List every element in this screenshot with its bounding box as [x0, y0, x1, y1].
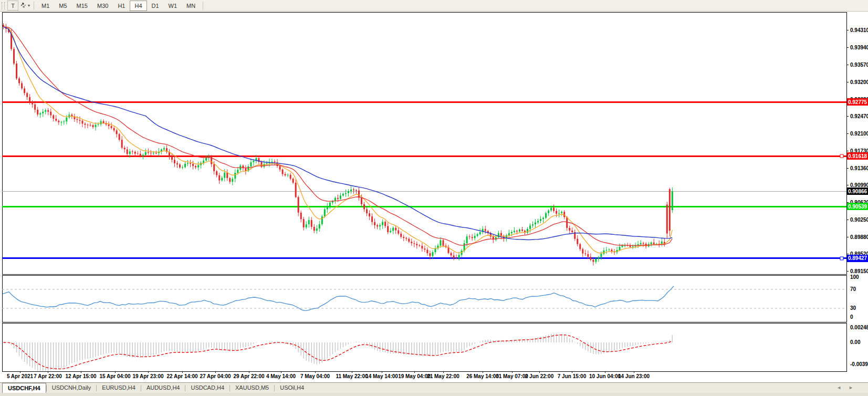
level-handle[interactable] — [840, 154, 843, 158]
candle-body — [119, 134, 120, 140]
tab-scroll-left-icon[interactable]: ◄ — [836, 385, 849, 390]
tab-eurusd-h4[interactable]: EURUSD,H4 — [97, 383, 141, 393]
time-axis-label: 12 Apr 15:00 — [65, 373, 97, 379]
candle-body — [176, 163, 178, 164]
candle-body — [140, 154, 141, 156]
candle-body — [353, 190, 354, 190]
candle-body — [498, 233, 499, 237]
candle-body — [95, 125, 97, 127]
candle-body — [319, 224, 320, 228]
time-axis-label: 14 Jun 23:00 — [618, 373, 650, 379]
candle-body — [532, 224, 534, 225]
candle-body — [387, 226, 389, 232]
candle-body — [643, 243, 644, 244]
candle-body — [306, 224, 307, 227]
candle-body — [216, 171, 217, 175]
candle-body — [266, 163, 268, 164]
candle-body — [535, 222, 536, 224]
candle-body — [163, 148, 165, 149]
candle-body — [511, 232, 513, 233]
candle-body — [84, 123, 86, 124]
candle-body — [63, 121, 65, 122]
candle-body — [403, 237, 404, 238]
candle-body — [232, 179, 233, 182]
candle-body — [413, 243, 415, 244]
candle-body — [545, 213, 547, 218]
tab-xauusd-m5[interactable]: XAUUSD,M5 — [230, 383, 274, 393]
candle-body — [205, 158, 207, 161]
candle-body — [184, 164, 186, 167]
candle-body — [129, 151, 131, 154]
price-axis-tick: 0.91360 — [850, 165, 868, 171]
time-axis-label: 4 May 14:00 — [266, 373, 296, 379]
current-price-tag-text: 0.90866 — [848, 189, 867, 194]
candle-body — [384, 222, 386, 226]
tab-usdcad-h4[interactable]: USDCAD,H4 — [185, 383, 229, 393]
candle-body — [619, 247, 621, 250]
rsi-axis-tick: 70 — [850, 286, 856, 292]
candle-body — [132, 151, 133, 152]
tab-scroll-right-icon[interactable]: ► — [849, 385, 861, 390]
candle-body — [355, 190, 357, 191]
tab-audusd-h4[interactable]: AUDUSD,H4 — [141, 383, 185, 393]
candle-body — [561, 212, 562, 213]
time-axis-label: 21 May 22:00 — [427, 373, 459, 379]
chart-canvas[interactable]: 0.943100.939400.935700.932000.928300.924… — [0, 0, 868, 396]
candle-body — [295, 183, 297, 197]
tab-scroll-arrows[interactable]: ◄► — [836, 385, 861, 390]
candle-body — [229, 178, 231, 182]
candle-body — [58, 121, 59, 122]
candle-body — [150, 153, 152, 153]
candle-body — [92, 125, 94, 127]
tab-usoil-h4[interactable]: USOil,H4 — [275, 383, 309, 393]
level-price-tag-text: 0.92775 — [848, 99, 867, 105]
level-price-tag-text: 0.91618 — [848, 153, 867, 159]
tab-usdcnh-daily[interactable]: USDCNH,Daily — [47, 383, 97, 393]
candle-body — [221, 178, 223, 181]
macd-axis-tick: -0.00394 — [850, 361, 868, 367]
price-axis-tick: 0.92470 — [850, 113, 868, 119]
candle-body — [408, 239, 410, 242]
candle-body — [453, 255, 455, 258]
candle-body — [237, 170, 238, 173]
candle-body — [584, 254, 586, 254]
candle-body — [571, 231, 573, 232]
rsi-axis-tick: 100 — [850, 274, 859, 280]
time-axis-label: 11 May 22:00 — [336, 373, 368, 379]
macd-axis-tick: 0.00 — [850, 339, 861, 345]
price-axis-tick: 0.92100 — [850, 131, 868, 137]
price-axis-tick: 0.90250 — [850, 217, 868, 223]
statusbar-strip — [0, 393, 868, 396]
panel-border — [2, 323, 846, 371]
candle-body — [53, 115, 54, 119]
candle-body — [566, 217, 568, 228]
candle-body — [556, 211, 557, 214]
price-axis-tick: 0.90990 — [850, 182, 868, 188]
candle-body — [477, 234, 478, 236]
candle-body — [598, 257, 599, 259]
level-handle[interactable] — [840, 257, 843, 260]
candle-body — [153, 153, 154, 153]
candle-body — [145, 152, 147, 155]
candle-body — [377, 225, 378, 226]
candle-body — [521, 230, 523, 231]
candle-body — [485, 229, 486, 231]
candle-body — [66, 118, 67, 122]
candle-body — [13, 49, 15, 64]
candle-body — [374, 222, 375, 225]
candle-body — [369, 213, 370, 216]
candle-body — [426, 249, 428, 253]
terminal-window: T ▾ M1M5M15M30H1H4D1W1MN ▼ USDCHF,H4 0.9… — [0, 0, 868, 396]
candle-body — [666, 204, 668, 233]
candle-body — [287, 175, 289, 175]
candle-body — [474, 236, 476, 238]
candle-body — [424, 248, 425, 249]
candle-body — [250, 162, 252, 166]
candle-body — [34, 105, 36, 110]
tab-usdchf-h4[interactable]: USDCHF,H4 — [2, 383, 46, 393]
candle-body — [203, 161, 204, 163]
time-axis-label: 7 Apr 22:00 — [34, 373, 62, 379]
candle-body — [395, 228, 396, 231]
candle-body — [398, 231, 399, 234]
candle-body — [366, 209, 368, 213]
